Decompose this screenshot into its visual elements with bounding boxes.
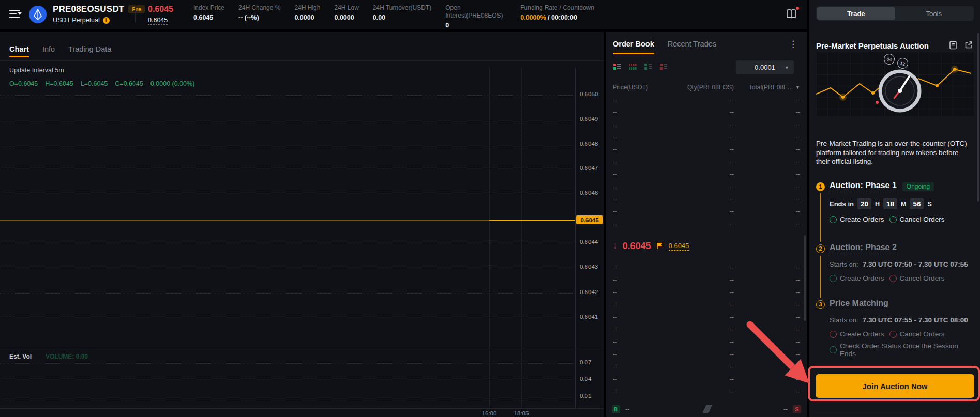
permission-item: Create Orders [830,330,884,338]
orderbook-bid-row[interactable]: ------ [606,299,807,311]
tab-info[interactable]: Info [42,45,55,60]
orderbook-bid-row[interactable]: ------ [606,286,807,299]
orderbook-bid-row[interactable]: ------ [606,261,807,274]
orderbook-bid-row[interactable]: ------ [606,373,807,385]
orderbook-mark-price[interactable]: 0.6045 [669,242,689,251]
tick-size-dropdown[interactable]: 0.0001▼ [736,60,794,74]
view-both-icon[interactable] [613,63,621,71]
permission-item: Cancel Orders [889,330,945,338]
orderbook-scrollbar[interactable] [804,235,806,321]
orderbook-columns: Price(USDT) Qty(PRE08EOS) Total(PRE08E..… [606,82,807,92]
join-auction-button[interactable]: Join Auction Now [816,374,974,398]
permission-icon [830,275,837,282]
phase-title[interactable]: Auction: Phase 1 [830,181,897,192]
orderbook-more-icon[interactable]: ⋮ [789,40,797,49]
auction-description: Pre-Market Trading is an over-the-counte… [816,139,973,166]
panel-scrollbar[interactable] [977,33,979,202]
permission-icon [889,275,897,282]
phase-permissions: Create OrdersCancel OrdersCheck Order St… [830,330,974,358]
symbol-name[interactable]: PRE08EOSUSDT [53,4,124,14]
mark-price[interactable]: 0.6045 [148,17,168,25]
orderbook-last-price: 0.6045 [623,241,651,252]
tab-chart[interactable]: Chart [9,45,29,60]
volume-axis[interactable]: 0.070.040.01 [580,32,604,417]
permission-icon [830,346,837,353]
orderbook-bid-row[interactable]: ------ [606,385,807,398]
col-total[interactable]: Total(PRE08E... [749,84,793,91]
tab-recent-trades[interactable]: Recent Trades [668,40,716,54]
orderbook-ask-row[interactable]: ------ [606,180,807,193]
ohlc-value: C=0.6045 [115,80,143,87]
orderbook-bid-row[interactable]: ------ [606,336,807,348]
phase-title[interactable]: Price Matching [830,299,888,310]
permission-item: Create Orders [830,274,884,282]
orderbook-ask-row[interactable]: ------ [606,131,807,143]
permission-icon [830,216,837,223]
buy-ratio-value: -- [625,406,629,413]
orderbook-bid-row[interactable]: ------ [606,311,807,323]
volume-axis-label: 0.07 [580,359,591,365]
auction-title: Pre-Market Perpetuals Auction [816,41,929,50]
update-interval-label: Update Interval:5m [9,67,64,74]
orderbook-ask-row[interactable]: ------ [606,168,807,180]
tab-trading-data[interactable]: Trading Data [68,45,111,60]
chevron-down-icon: ▼ [785,65,789,70]
phase-number: 1 [816,182,825,191]
orderbook-bid-row[interactable]: ------ [606,348,807,361]
time-axis-label: 16:00 [478,410,501,416]
view-asks-icon[interactable] [659,63,668,71]
phase-number: 2 [816,244,825,253]
ohlc-value: H=0.6045 [45,80,73,87]
tab-order-book[interactable]: Order Book [613,40,654,54]
ohlc-value: O=0.6045 [9,80,38,87]
ongoing-badge: Ongoing [902,182,934,191]
ratio-divider [632,405,780,413]
phase-title[interactable]: Auction: Phase 2 [830,243,897,254]
sell-ratio-value: -- [783,406,788,413]
permission-icon [830,331,837,338]
phase-number: 3 [816,300,825,309]
countdown-box: 18 [883,198,897,209]
panel-separator [815,411,975,411]
coin-logo [29,6,47,23]
phase-schedule: Starts on:7.30 UTC 07:55 - 7.30 UTC 08:0… [830,316,974,324]
orderbook-ask-row[interactable]: ------ [606,205,807,218]
sell-badge: S [793,405,801,413]
orderbook-ask-row[interactable]: ------ [606,156,807,168]
orderbook-ask-row[interactable]: ------ [606,94,807,106]
info-icon[interactable]: i [103,17,110,24]
time-axis-label: 18:05 [510,410,533,416]
orderbook-ask-row[interactable]: ------ [606,118,807,131]
market-stat: 24H Turnover(USDT) 0.00 [373,4,431,21]
guide-icon[interactable] [949,41,957,50]
orderbook-ask-row[interactable]: ------ [606,218,807,230]
trade-panel: Trade Tools Pre-Market Perpetuals Auctio… [809,0,980,417]
view-bids-icon[interactable] [644,63,652,71]
auction-phase-3: 3 Price Matching Starts on:7.30 UTC 07:5… [816,299,974,358]
header-divider [135,7,136,22]
annotation-highlight-box: Join Auction Now [808,366,980,401]
phase-permissions: Create OrdersCancel Orders [830,274,974,282]
phase-connector [820,193,821,242]
market-stat: 24H Change % -- (--%) [238,4,280,21]
orderbook-bid-row[interactable]: ------ [606,323,807,336]
phase-connector [820,256,821,298]
markets-menu-icon[interactable] [9,10,22,19]
orderbook-bids: ------ ------ ------ ------ ------ -----… [606,261,807,398]
orderbook-ask-row[interactable]: ------ [606,106,807,118]
orderbook-ask-row[interactable]: ------ [606,143,807,156]
orderbook-bid-row[interactable]: ------ [606,361,807,373]
external-link-icon[interactable] [964,41,973,49]
view-vertical-icon[interactable] [628,63,637,71]
countdown-box: 20 [857,198,871,209]
tab-trade[interactable]: Trade [817,7,895,20]
phase-permissions: Create OrdersCancel Orders [830,215,974,223]
orderbook-ask-row[interactable]: ------ [606,193,807,205]
orderbook-guide-icon[interactable] [785,8,798,21]
orderbook-bid-row[interactable]: ------ [606,274,807,286]
permission-item: Check Order Status Once the Session Ends [830,342,974,358]
tab-tools[interactable]: Tools [895,7,973,20]
buy-sell-ratio-bar: B -- -- S [612,405,801,414]
orderbook-view-modes [613,63,668,71]
pre-badge: Pre [128,5,145,13]
